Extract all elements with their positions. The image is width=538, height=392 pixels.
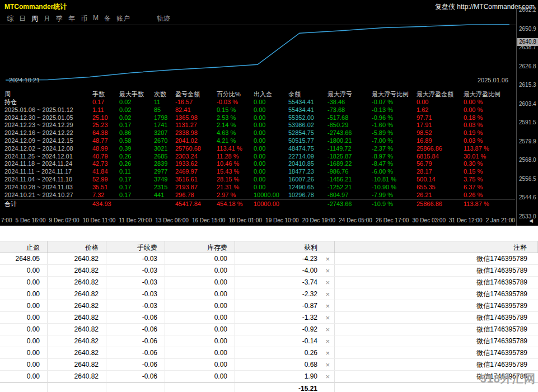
menu-tab-月[interactable]: 月 [44,14,50,24]
positions-column-header[interactable]: 获利 [235,241,335,253]
menu-tab-币[interactable]: 币 [81,14,87,24]
positions-column-header[interactable]: 价格 [48,241,106,253]
positions-column-header[interactable]: 止盈 [0,241,48,253]
stats-cell: 28.17 [417,168,464,176]
position-row[interactable]: 0.002640.82-0.060.00-1.32×微信1746395789 [0,312,538,324]
position-cell: -0.92× [235,324,335,335]
close-position-icon[interactable]: × [325,347,330,358]
position-cell: 0.00 [165,359,235,370]
stats-cell: -10.81 % [372,176,417,184]
stats-cell: 0.26 [119,160,154,168]
stats-cell: 113.87 % [464,145,506,153]
close-position-icon[interactable]: × [325,288,330,300]
stats-cell: -1689.22 [328,160,372,168]
stats-cell: -517.68 [328,114,372,122]
close-position-icon[interactable]: × [325,312,330,323]
close-position-icon[interactable]: × [325,335,330,347]
position-cell: -0.03 [106,277,165,288]
stats-cell: 0.00 [254,137,288,145]
position-cell: -0.14× [235,335,335,347]
menu-tab-备[interactable]: 备 [104,14,111,24]
positions-column-header[interactable]: 注释 [335,241,538,253]
positions-header-row: 止盈价格手续费库存费获利注释 [0,241,538,253]
close-position-icon[interactable]: × [325,371,330,382]
position-cell: 微信1746395789 [335,359,538,370]
position-cell: 0.00 [165,347,235,358]
position-row[interactable]: 0.002640.82-0.030.00-3.74×微信1746395789 [0,277,538,288]
profit-value: -4.23 [302,255,317,263]
stats-cell: 25.10 [92,114,119,122]
stats-cell: -804.97 [328,192,372,199]
position-row[interactable]: 0.002640.82-0.030.00-4.00×微信1746395789 [0,265,538,277]
stats-cell: 0.15 % [217,106,254,114]
position-row[interactable]: 0.002640.82-0.060.00-0.92×微信1746395789 [0,324,538,335]
position-cell: 微信1746395789 [335,312,538,323]
stats-row: 2024.12.09 ~ 2024.12.1548.770.5826702041… [4,137,515,145]
close-position-icon[interactable]: × [325,277,330,288]
price-scale-label: 2662.2 [519,7,536,13]
menu-tab-track[interactable]: 轨迹 [157,14,170,24]
stats-cell: 0.00 % [464,106,506,114]
stats-cell: 0.11 [119,168,154,176]
position-cell: 微信1746395789 [335,300,538,311]
stats-cell: 28.15 % [217,176,254,184]
stats-cell: 持仓 [4,99,92,106]
position-cell: -0.87× [235,300,335,311]
position-cell: -0.03 [106,253,165,264]
menu-tab-周[interactable]: 周 [31,14,38,24]
position-row[interactable]: 2648.052640.82-0.030.00-4.23×微信174639578… [0,253,538,265]
stats-cell: 40.79 [92,153,119,161]
stats-cell: 0.00 % [464,99,506,106]
stats-cell: -38.46 [328,99,372,106]
position-row[interactable]: 0.002640.82-0.030.00-2.32×微信1746395789 [0,288,538,300]
stats-cell: 2839 [154,160,175,168]
close-position-icon[interactable]: × [325,359,330,370]
positions-column-header[interactable]: 手续费 [106,241,165,253]
stats-cell: 30.01 % [464,153,506,161]
position-cell: -4.00× [235,265,335,276]
position-cell: 微信1746395789 [335,324,538,335]
menu-tab-季[interactable]: 季 [56,14,63,24]
profit-value: -1.32 [302,314,317,321]
position-row[interactable]: 0.002640.82-0.030.00-0.87×微信1746395789 [0,300,538,312]
menu-tab-综[interactable]: 综 [7,14,13,24]
stats-cell: 百分比% [217,90,254,99]
stats-cell: 1131.27 [175,122,217,129]
position-cell: 2640.82 [48,277,106,288]
stats-cell: -6.00 % [372,168,417,176]
stats-cell: -10.90 % [372,184,417,192]
positions-column-header[interactable]: 库存费 [165,241,235,253]
stats-cell: -0.96 % [372,114,417,122]
position-cell: -4.23× [235,253,335,264]
stats-cell: 手数 [92,90,119,99]
stats-cell: 50515.77 [288,137,328,145]
panel-title: MTCommander统计 [4,2,67,12]
close-position-icon[interactable]: × [325,265,330,276]
stats-cell: 48474.75 [288,145,328,153]
close-position-icon[interactable]: × [325,253,330,264]
close-position-icon[interactable]: × [325,324,330,335]
position-row[interactable]: 0.002640.82-0.060.000.26×微信1746395789 [0,347,538,359]
time-axis-label: 26 Dec 17:00 [376,217,409,223]
stats-cell: 6.37 % [464,184,506,192]
position-cell: 0.00 [165,335,235,347]
close-position-icon[interactable]: × [325,300,330,311]
position-row[interactable]: 0.002640.82-0.060.001.90×微信1746395789 [0,371,538,382]
stats-cell: 12490.65 [288,184,328,192]
stats-cell: -10.9 % [372,199,417,208]
stats-cell: 10000.00 [254,199,288,208]
position-cell: -2.32× [235,288,335,300]
stats-cell: -1.60 % [372,122,417,129]
menu-tab-年[interactable]: 年 [68,14,75,24]
menu-tab-账户[interactable]: 账户 [116,14,130,24]
menu-tab-日[interactable]: 日 [19,14,26,24]
stats-cell: 97.71 [417,114,464,122]
menu-tab-M[interactable]: M [93,14,99,24]
price-scale-label: 2638.7 [519,44,536,51]
stats-cell: 2024.11.25 ~ 2024.12.01 [4,153,92,161]
position-cell: -1.32× [235,312,335,323]
position-cell: 0.00 [0,324,48,335]
stats-cell [119,199,154,208]
position-row[interactable]: 0.002640.82-0.060.000.68×微信1746395789 [0,359,538,371]
position-row[interactable]: 0.002640.82-0.060.00-0.14×微信1746395789 [0,335,538,347]
